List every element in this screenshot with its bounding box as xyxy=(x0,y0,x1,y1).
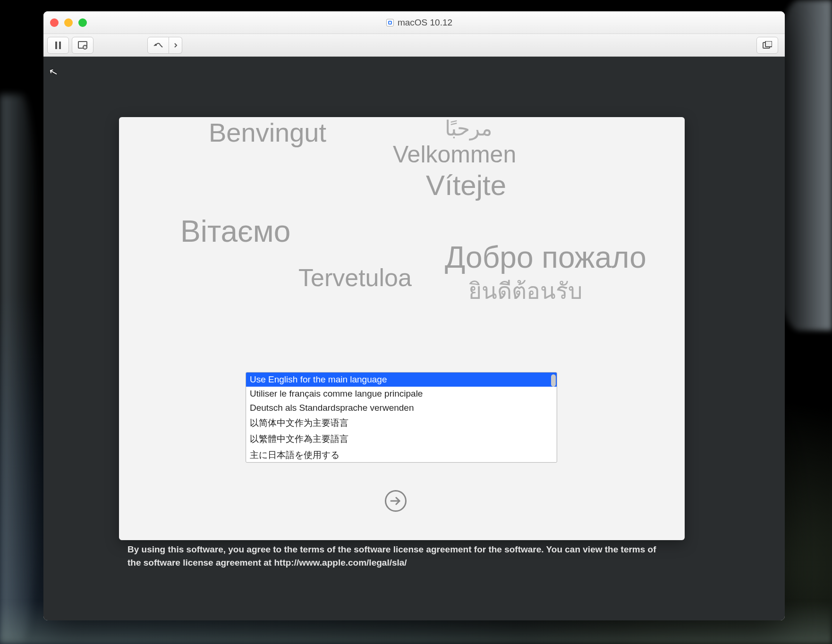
welcome-word: Velkommen xyxy=(393,141,516,168)
language-option[interactable]: Utiliser le français comme langue princi… xyxy=(246,387,557,401)
welcome-word: Вітаємо xyxy=(180,214,290,249)
welcome-word: Vítejte xyxy=(426,169,506,202)
zoom-window-button[interactable] xyxy=(78,18,87,27)
setup-assistant-panel: enit Benvingut مرحبًا Velkommen Vítejte … xyxy=(119,117,685,540)
svg-rect-1 xyxy=(59,42,61,49)
language-select[interactable]: Use English for the main language Utilis… xyxy=(246,372,557,463)
language-option[interactable]: Deutsch als Standardsprache verwenden xyxy=(246,401,557,415)
language-option[interactable]: 以繁體中文作為主要語言 xyxy=(246,431,557,447)
language-option[interactable]: Use English for the main language xyxy=(246,373,557,387)
snapshot-button[interactable] xyxy=(72,37,93,54)
svg-point-3 xyxy=(83,45,87,49)
window-title: macOS 10.12 xyxy=(87,17,752,28)
welcome-word: مرحبًا xyxy=(445,117,492,140)
minimize-window-button[interactable] xyxy=(64,18,73,27)
titlebar[interactable]: macOS 10.12 xyxy=(43,11,785,34)
vm-window: macOS 10.12 ↖ xyxy=(43,11,785,620)
svg-rect-0 xyxy=(55,42,57,49)
welcome-word: ยินดีต้อนรับ xyxy=(468,273,582,309)
desktop-decor xyxy=(0,94,42,642)
app-icon xyxy=(386,19,394,26)
guest-screen: ↖ enit Benvingut مرحبًا Velkommen Vítejt… xyxy=(43,57,785,620)
settings-button[interactable] xyxy=(147,37,169,54)
settings-menu-button[interactable] xyxy=(169,37,182,54)
scrollbar-thumb[interactable] xyxy=(551,374,556,387)
cursor-icon: ↖ xyxy=(48,65,59,79)
svg-rect-6 xyxy=(765,41,772,47)
welcome-word: Добро пожало xyxy=(445,240,646,275)
close-window-button[interactable] xyxy=(50,18,59,27)
language-list: Use English for the main language Utilis… xyxy=(246,373,557,462)
welcome-word-cloud: enit Benvingut مرحبًا Velkommen Vítejte … xyxy=(119,117,685,381)
traffic-lights xyxy=(50,18,87,27)
vm-toolbar xyxy=(43,34,785,57)
pause-button[interactable] xyxy=(47,37,69,54)
language-option[interactable]: 以简体中文作为主要语言 xyxy=(246,415,557,431)
host-desktop: macOS 10.12 ↖ xyxy=(0,0,832,644)
window-title-text: macOS 10.12 xyxy=(398,17,452,28)
language-option[interactable]: 主に日本語を使用する xyxy=(246,447,557,462)
welcome-word: Benvingut xyxy=(209,117,326,148)
fullscreen-button[interactable] xyxy=(756,37,778,54)
welcome-word: Tervetuloa xyxy=(298,263,412,292)
continue-button[interactable] xyxy=(385,490,407,512)
svg-point-4 xyxy=(155,43,157,45)
license-text: By using this software, you agree to the… xyxy=(127,543,666,569)
